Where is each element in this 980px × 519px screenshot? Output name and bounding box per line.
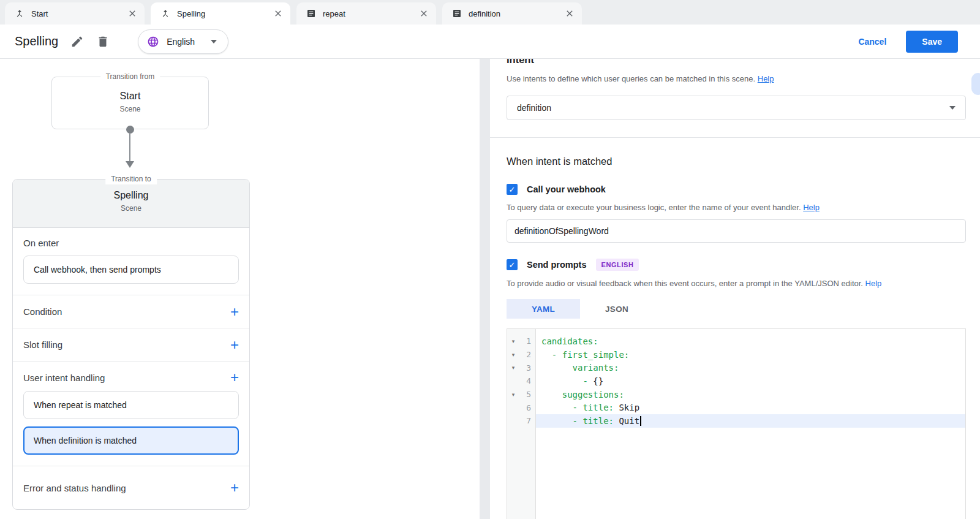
line-number: 6 bbox=[519, 403, 536, 412]
close-icon[interactable] bbox=[273, 9, 283, 18]
line-number: 2 bbox=[519, 350, 536, 359]
intent-details-panel: Intent Use intents to define which user … bbox=[490, 59, 980, 519]
code-line[interactable]: ▾ 5 suggestions: bbox=[507, 388, 965, 401]
connector-arrowhead-icon bbox=[126, 161, 134, 168]
line-number: 7 bbox=[519, 416, 536, 425]
transition-from-node[interactable]: Transition from Start Scene bbox=[51, 77, 209, 129]
code-line[interactable]: ▾ 1 candidates: bbox=[507, 335, 965, 348]
scene-node-subtitle: Scene bbox=[52, 105, 208, 113]
chevron-down-icon bbox=[949, 106, 956, 110]
webhook-handler-input[interactable]: definitionOfSpellingWord bbox=[507, 219, 966, 243]
scene-card-title: Spelling bbox=[13, 190, 249, 201]
close-icon[interactable] bbox=[127, 9, 137, 18]
edit-pencil-icon[interactable] bbox=[70, 35, 84, 48]
send-prompts-label: Send prompts bbox=[527, 260, 586, 270]
scene-node-title: Start bbox=[52, 91, 208, 102]
scene-card-subtitle: Scene bbox=[13, 204, 249, 213]
prompts-description: To provide audio or visual feedback when… bbox=[507, 279, 966, 288]
add-intent-handler-button plus-icon[interactable]: + bbox=[230, 371, 239, 384]
tab-repeat[interactable]: repeat bbox=[296, 2, 436, 25]
language-selector[interactable]: English bbox=[138, 29, 228, 54]
cancel-button[interactable]: Cancel bbox=[858, 37, 886, 47]
tab-label: Start bbox=[31, 9, 48, 18]
intent-handler-item-repeat[interactable]: When repeat is matched bbox=[23, 391, 239, 419]
close-icon[interactable] bbox=[419, 9, 429, 18]
help-link[interactable]: Help bbox=[803, 203, 820, 212]
tab-start[interactable]: Start bbox=[5, 2, 145, 25]
connector-line bbox=[129, 133, 130, 162]
save-button[interactable]: Save bbox=[906, 31, 958, 53]
user-intent-label: User intent handling bbox=[23, 373, 105, 383]
intent-heading: Intent bbox=[507, 59, 966, 66]
error-status-section: Error and status handling + bbox=[13, 466, 249, 509]
slot-filling-label: Slot filling bbox=[23, 339, 62, 350]
intent-select-value: definition bbox=[517, 103, 551, 113]
prompt-format-tabs: YAML JSON bbox=[507, 299, 966, 319]
add-slot-button plus-icon[interactable]: + bbox=[230, 339, 239, 351]
chevron-down-icon bbox=[211, 40, 217, 44]
code-line-active[interactable]: 7 - title: Quit bbox=[507, 414, 965, 428]
line-number: 4 bbox=[519, 376, 536, 385]
code-line[interactable]: ▾ 2 - first_simple: bbox=[507, 348, 965, 362]
tab-definition[interactable]: definition bbox=[442, 2, 582, 25]
line-number: 5 bbox=[519, 390, 536, 399]
transition-from-legend: Transition from bbox=[100, 72, 160, 82]
call-webhook-row: ✓ Call your webhook bbox=[507, 184, 966, 195]
add-condition-button plus-icon[interactable]: + bbox=[230, 306, 239, 318]
condition-label: Condition bbox=[23, 306, 62, 317]
tab-label: Spelling bbox=[177, 9, 205, 18]
tab-yaml[interactable]: YAML bbox=[507, 299, 580, 319]
slot-filling-section: Slot filling + bbox=[13, 328, 249, 361]
call-webhook-label: Call your webhook bbox=[527, 184, 606, 194]
language-globe-icon bbox=[147, 36, 159, 48]
panel-scrollbar-thumb[interactable] bbox=[971, 73, 980, 95]
intent-handler-item-definition[interactable]: When definition is matched bbox=[23, 426, 239, 455]
scene-card-header[interactable]: Transition to Spelling Scene bbox=[13, 180, 249, 228]
yaml-code-editor[interactable]: ▾ 1 candidates: ▾ 2 - first_simple: ▾ 3 … bbox=[507, 328, 966, 519]
code-line[interactable]: 6 - title: Skip bbox=[507, 401, 965, 414]
fold-arrow-icon[interactable]: ▾ bbox=[507, 352, 519, 358]
close-icon[interactable] bbox=[565, 9, 575, 18]
main-content: Transition from Start Scene Transition t… bbox=[0, 59, 980, 519]
language-value: English bbox=[167, 37, 195, 47]
condition-section: Condition + bbox=[13, 295, 249, 328]
call-webhook-checkbox check-icon[interactable]: ✓ bbox=[507, 184, 518, 195]
on-enter-section: On enter Call webhook, then send prompts bbox=[13, 228, 249, 295]
scene-flow-canvas[interactable]: Transition from Start Scene Transition t… bbox=[0, 59, 480, 519]
fold-arrow-icon[interactable]: ▾ bbox=[507, 338, 519, 344]
section-divider bbox=[490, 137, 980, 138]
article-icon bbox=[306, 9, 316, 18]
add-error-handler-button plus-icon[interactable]: + bbox=[230, 482, 239, 494]
help-link[interactable]: Help bbox=[865, 279, 882, 288]
intent-select[interactable]: definition bbox=[507, 96, 966, 120]
actions-console-app: Start Spelling repeat definition Spellin… bbox=[0, 0, 980, 519]
send-prompts-row: ✓ Send prompts ENGLISH bbox=[507, 259, 966, 271]
fold-arrow-icon[interactable]: ▾ bbox=[507, 392, 519, 398]
code-line[interactable]: 4 - {} bbox=[507, 374, 965, 388]
fold-arrow-icon[interactable]: ▾ bbox=[507, 365, 519, 371]
page-title: Spelling bbox=[15, 34, 58, 48]
merge-type-icon bbox=[15, 9, 24, 18]
user-intent-handling-section: User intent handling + When repeat is ma… bbox=[13, 361, 249, 466]
line-number: 1 bbox=[519, 336, 536, 346]
on-enter-label: On enter bbox=[23, 238, 239, 248]
delete-trash-icon[interactable] bbox=[96, 35, 110, 48]
panel-divider bbox=[480, 59, 490, 519]
tab-json[interactable]: JSON bbox=[580, 299, 654, 319]
help-link[interactable]: Help bbox=[758, 74, 774, 83]
webhook-description: To query data or execute your business l… bbox=[507, 203, 966, 212]
transition-to-scene-card: Transition to Spelling Scene On enter Ca… bbox=[12, 179, 250, 510]
merge-type-icon bbox=[160, 9, 170, 18]
on-enter-handler-item[interactable]: Call webhook, then send prompts bbox=[23, 256, 239, 284]
language-badge: ENGLISH bbox=[596, 259, 638, 271]
error-status-label: Error and status handling bbox=[23, 483, 126, 493]
tab-spelling[interactable]: Spelling bbox=[151, 2, 290, 25]
code-line[interactable]: ▾ 3 variants: bbox=[507, 361, 965, 374]
line-number: 3 bbox=[519, 363, 536, 373]
text-cursor bbox=[640, 416, 641, 426]
send-prompts-checkbox check-icon[interactable]: ✓ bbox=[507, 259, 518, 270]
article-icon bbox=[452, 9, 462, 18]
transition-to-legend: Transition to bbox=[105, 174, 157, 184]
tab-label: definition bbox=[469, 9, 500, 18]
scene-header: Spelling English Cancel Save bbox=[0, 25, 980, 59]
